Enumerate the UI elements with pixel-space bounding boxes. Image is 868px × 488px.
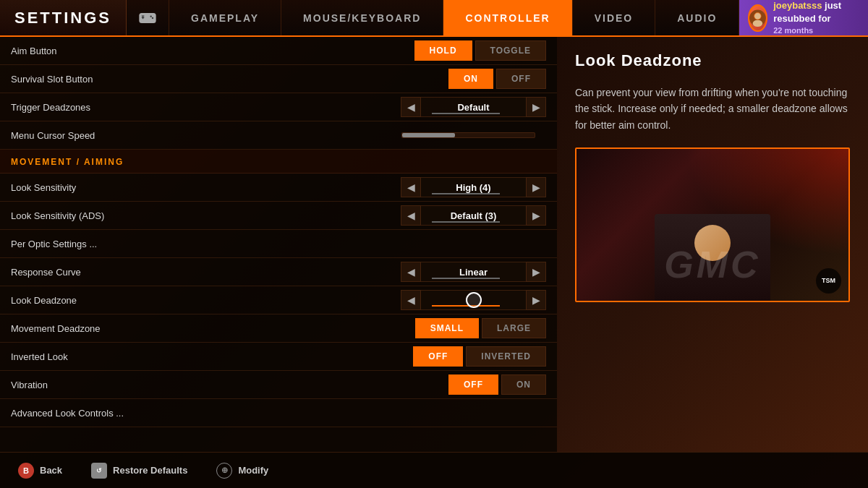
menu-cursor-speed-fill — [402, 133, 455, 137]
aim-button-label: Aim Button — [11, 46, 414, 56]
main-content: Aim Button Hold Toggle Survival Slot But… — [0, 37, 868, 452]
stream-badge: joeybatsss just resubbed for 22 months — [739, 0, 868, 35]
survival-slot-controls: ON OFF — [448, 69, 546, 89]
restore-label: Restore Defaults — [113, 465, 187, 476]
inverted-look-label: Inverted Look — [11, 351, 413, 362]
svg-rect-0 — [139, 13, 156, 23]
nav-tabs: GAMEPLAY MOUSE/KEYBOARD CONTROLLER VIDEO… — [169, 0, 739, 35]
movement-deadzone-row: Movement Deadzone Small Large — [0, 314, 557, 343]
aim-button-row: Aim Button Hold Toggle — [0, 37, 557, 65]
stream-logo-text: TSM — [822, 277, 835, 284]
stream-username: joeybatsss — [773, 0, 822, 11]
section-movement: MOVEMENT / AIMING — [0, 150, 557, 174]
look-sensitivity-ads-label: Look Sensitivity (ADS) — [11, 210, 401, 221]
top-nav: SETTINGS GAMEPLAY MOUSE/KEYBOARD CONTROL… — [0, 0, 868, 37]
movement-deadzone-label: Movement Deadzone — [11, 323, 415, 334]
look-sensitivity-prev[interactable]: ◀ — [401, 177, 421, 197]
look-deadzone-controls: ◀ ▶ — [401, 290, 546, 310]
response-curve-prev[interactable]: ◀ — [401, 262, 421, 282]
look-sensitivity-ads-controls: ◀ Default (3) ▶ — [401, 205, 546, 226]
look-deadzone-bar — [432, 305, 500, 307]
look-deadzone-track[interactable] — [421, 290, 526, 310]
nav-icon — [127, 0, 169, 35]
menu-cursor-speed-label: Menu Cursor Speed — [11, 130, 401, 141]
b-button-icon: B — [18, 463, 34, 479]
inverted-look-inverted[interactable]: Inverted — [466, 346, 546, 367]
svg-rect-3 — [142, 16, 143, 19]
tab-gameplay[interactable]: GAMEPLAY — [169, 0, 281, 35]
menu-cursor-speed-row: Menu Cursor Speed — [0, 121, 557, 150]
vibration-row: Vibration Off On — [0, 371, 557, 399]
per-optic-settings-row[interactable]: Per Optic Settings ... — [0, 230, 557, 258]
modify-button-icon: ⊕ — [216, 463, 232, 479]
bottom-bar: B Back ↺ Restore Defaults ⊕ Modify — [0, 452, 868, 488]
inverted-look-off[interactable]: Off — [413, 346, 463, 367]
settings-panel[interactable]: Aim Button Hold Toggle Survival Slot But… — [0, 37, 557, 452]
trigger-deadzones-prev[interactable]: ◀ — [401, 97, 421, 117]
movement-deadzone-large[interactable]: Large — [482, 318, 546, 338]
avatar-image — [749, 6, 766, 30]
info-panel: Look Deadzone Can prevent your view from… — [557, 37, 868, 452]
look-sensitivity-next[interactable]: ▶ — [526, 177, 546, 197]
svg-point-8 — [753, 20, 762, 26]
look-deadzone-next[interactable]: ▶ — [526, 290, 546, 310]
response-curve-label: Response Curve — [11, 267, 401, 278]
look-sensitivity-label: Look Sensitivity — [11, 182, 401, 193]
response-curve-row: Response Curve ◀ Linear ▶ — [0, 258, 557, 286]
advanced-look-label: Advanced Look Controls ... — [11, 408, 546, 419]
restore-defaults-action[interactable]: ↺ Restore Defaults — [91, 463, 187, 479]
menu-cursor-speed-controls — [401, 132, 546, 138]
per-optic-settings-label: Per Optic Settings ... — [11, 239, 546, 249]
vibration-label: Vibration — [11, 380, 448, 390]
stream-logo: TSM — [816, 268, 841, 294]
vibration-on[interactable]: On — [501, 374, 546, 395]
info-title: Look Deadzone — [575, 51, 850, 70]
tab-controller[interactable]: CONTROLLER — [443, 0, 572, 35]
response-curve-controls: ◀ Linear ▶ — [401, 262, 546, 282]
stream-avatar — [748, 4, 767, 32]
advanced-look-row[interactable]: Advanced Look Controls ... — [0, 399, 557, 427]
trigger-deadzones-controls: ◀ Default ▶ — [401, 97, 546, 117]
menu-cursor-speed-slider[interactable] — [401, 132, 535, 138]
gmc-logo: GMC — [664, 243, 760, 286]
vibration-off[interactable]: Off — [448, 374, 498, 395]
settings-title: SETTINGS — [0, 0, 127, 35]
trigger-deadzones-next[interactable]: ▶ — [526, 97, 546, 117]
survival-slot-on[interactable]: ON — [448, 69, 493, 89]
trigger-deadzones-label: Trigger Deadzones — [11, 102, 401, 113]
aim-button-toggle[interactable]: Toggle — [475, 40, 546, 61]
movement-deadzone-small[interactable]: Small — [415, 318, 479, 338]
svg-point-5 — [152, 17, 153, 18]
stream-preview-inner: GMC TSM — [576, 149, 848, 301]
modify-action[interactable]: ⊕ Modify — [216, 463, 268, 479]
tab-video[interactable]: VIDEO — [573, 0, 656, 35]
back-label: Back — [40, 465, 62, 476]
controller-nav-icon — [137, 8, 158, 28]
svg-rect-1 — [142, 15, 145, 16]
survival-slot-label: Survival Slot Button — [11, 74, 448, 85]
look-deadzone-label: Look Deadzone — [11, 295, 401, 306]
look-sensitivity-value: High (4) — [421, 177, 526, 197]
look-deadzone-prev[interactable]: ◀ — [401, 290, 421, 310]
back-action[interactable]: B Back — [18, 463, 62, 479]
look-deadzone-thumb — [466, 292, 482, 308]
look-sensitivity-controls: ◀ High (4) ▶ — [401, 177, 546, 197]
aim-button-controls: Hold Toggle — [414, 40, 546, 61]
trigger-deadzones-value: Default — [421, 97, 526, 117]
tab-mouse-keyboard[interactable]: MOUSE/KEYBOARD — [281, 0, 443, 35]
look-sensitivity-ads-value: Default (3) — [421, 205, 526, 226]
trigger-deadzones-row: Trigger Deadzones ◀ Default ▶ — [0, 93, 557, 121]
svg-point-4 — [150, 15, 152, 17]
tab-audio[interactable]: AUDIO — [655, 0, 739, 35]
movement-deadzone-controls: Small Large — [415, 318, 546, 338]
aim-button-hold[interactable]: Hold — [414, 40, 472, 61]
restore-button-icon: ↺ — [91, 463, 107, 479]
info-description: Can prevent your view from drifting when… — [575, 85, 850, 133]
inverted-look-row: Inverted Look Off Inverted — [0, 343, 557, 371]
look-sensitivity-ads-prev[interactable]: ◀ — [401, 205, 421, 226]
survival-slot-off[interactable]: OFF — [496, 69, 546, 89]
response-curve-next[interactable]: ▶ — [526, 262, 546, 282]
stream-preview: GMC TSM — [575, 147, 850, 302]
look-sensitivity-ads-next[interactable]: ▶ — [526, 205, 546, 226]
stream-subtext: 22 months — [773, 25, 859, 36]
